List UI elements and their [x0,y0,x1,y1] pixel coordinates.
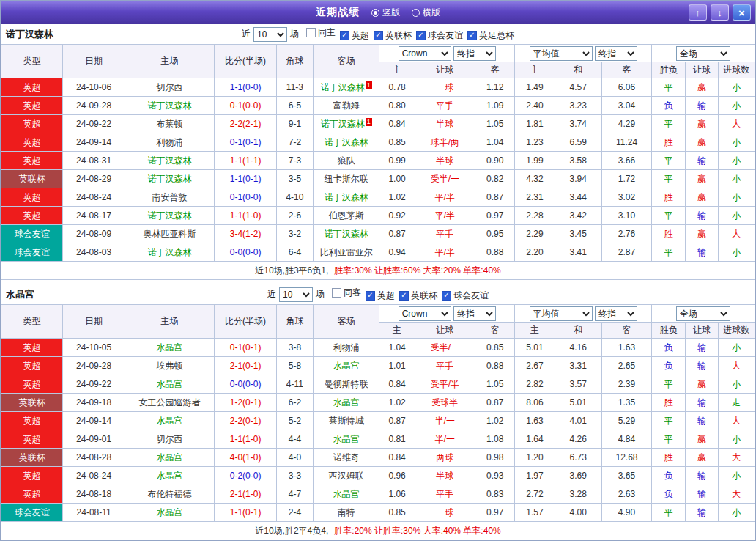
match-row: 英超24-08-31诺丁汉森林1-1(1-1)7-3狼队0.99半球0.901.… [1,152,755,170]
match-score: 1-1(1-0) [215,430,276,449]
asian-away-odds: 1.04 [475,133,515,152]
asian-away-odds: 0.90 [475,152,515,170]
asian-handicap: 平手 [415,485,475,504]
match-row: 英联杯24-08-29诺丁汉森林1-1(0-1)3-5纽卡斯尔联1.00受半/一… [1,170,755,188]
euro-home-odds: 1.81 [515,115,555,133]
home-team: 诺丁汉森林 [125,152,215,170]
euro-avg-select[interactable]: 平均值 [530,306,593,321]
asian-handicap: 受半/一 [415,339,475,357]
near-label: 近 [267,288,276,301]
result-handicap: 赢 [686,133,718,152]
result-handicap: 输 [686,394,718,412]
result-goals: 大 [718,225,755,243]
match-row: 英超24-08-24南安普敦0-1(0-0)4-10诺丁汉森林1.02平/半0.… [1,188,755,207]
games-count-select[interactable]: 10 [253,27,287,42]
filter-checkbox-label: 英联杯 [411,290,437,302]
games-count-select[interactable]: 10 [279,287,313,302]
result-handicap: 输 [686,243,718,262]
down-arrow-icon: ↓ [717,7,722,18]
corner-count: 2-6 [276,207,313,225]
move-down-button[interactable]: ↓ [711,4,729,21]
result-outcome: 平 [652,412,686,430]
euro-avg-select[interactable]: 平均值 [530,46,593,61]
home-team: 布莱顿 [125,115,215,133]
home-team: 女王公园巡游者 [125,394,215,412]
sub-header-euro-away: 客 [601,62,651,78]
match-score: 1-2(0-1) [215,394,276,412]
asian-stage-select[interactable]: 终指 [453,46,496,61]
league-badge: 英超 [1,485,63,504]
euro-home-odds: 2.67 [515,357,555,375]
col-header-type: 类型 [1,305,63,339]
corner-count: 4-0 [276,449,313,467]
euro-home-odds: 1.63 [515,412,555,430]
euro-away-odds: 4.84 [601,430,651,449]
league-badge: 英联杯 [1,394,63,412]
radio-selected-icon [371,9,379,17]
asian-home-odds: 0.87 [379,412,415,430]
euro-home-odds: 1.99 [515,152,555,170]
home-team: 切尔西 [125,430,215,449]
filter-checkbox-英超[interactable]: ✓英超 [366,290,395,302]
home-team: 奥林匹亚科斯 [125,225,215,243]
asian-away-odds: 0.98 [475,449,515,467]
bookmaker-select[interactable]: Crown [399,306,451,321]
asian-handicap: 半/一 [415,412,475,430]
sub-header-goals-result: 进球数 [718,62,755,78]
result-handicap: 赢 [686,170,718,188]
filter-checkbox-球会友谊[interactable]: ✓球会友谊 [442,290,489,302]
match-scope-select[interactable]: 全场 [676,46,730,61]
euro-draw-odds: 3.69 [555,467,601,485]
home-team: 水晶宫 [125,375,215,394]
result-outcome: 胜 [652,133,686,152]
euro-draw-odds: 5.01 [555,394,601,412]
euro-stage-select[interactable]: 终指 [595,306,637,321]
euro-away-odds: 2.39 [601,375,651,394]
league-badge: 英联杯 [1,170,63,188]
asian-handicap: 半球 [415,467,475,485]
games-suffix-label: 场 [290,28,299,40]
home-team: 切尔西 [125,78,215,97]
away-team: 曼彻斯特联 [314,375,379,394]
corner-count: 5-2 [276,412,313,430]
col-header-date: 日期 [63,305,125,339]
sub-header-goals-result: 进球数 [718,323,755,339]
window-title: 近期战绩 [316,6,360,19]
match-score: 0-0(0-0) [215,375,276,394]
match-scope-select[interactable]: 全场 [676,306,730,321]
euro-away-odds: 3.65 [601,467,651,485]
result-handicap: 赢 [686,188,718,207]
bookmaker-select[interactable]: Crown [399,46,451,61]
result-handicap: 赢 [686,115,718,133]
layout-option-horizontal[interactable]: 横版 [412,7,440,19]
match-row: 球会友谊24-08-09奥林匹亚科斯3-4(1-2)3-2诺丁汉森林0.87平手… [1,225,755,243]
asian-handicap: 平/半 [415,207,475,225]
filter-checkbox-英联杯[interactable]: ✓英联杯 [399,290,437,302]
filter-checkbox-英超[interactable]: ✓英超 [340,29,369,42]
league-badge: 球会友谊 [1,504,63,522]
asian-home-odds: 0.92 [379,207,415,225]
asian-stage-select[interactable]: 终指 [453,306,496,321]
filter-checkbox-英联杯[interactable]: ✓英联杯 [374,29,412,42]
away-team: 利物浦 [314,339,379,357]
move-up-button[interactable]: ↑ [689,4,707,21]
corner-count: 7-3 [276,152,313,170]
layout-option-vertical[interactable]: 竖版 [371,7,400,19]
filter-checkbox-label: 英足总杯 [479,29,514,42]
filter-checkbox-英足总杯[interactable]: ✓英足总杯 [467,29,514,42]
away-team: 富勒姆 [314,97,379,115]
filter-checkbox-球会友谊[interactable]: ✓球会友谊 [416,29,463,42]
sub-header-asian-handicap: 让球 [415,62,475,78]
filter-checkbox-同主[interactable]: 同主 [306,26,336,39]
filter-checkbox-label: 英联杯 [385,29,412,42]
filter-checkbox-label: 同客 [344,287,361,299]
result-goals: 小 [718,133,755,152]
match-score: 4-0(1-0) [215,449,276,467]
result-scope-header: 全场 [652,305,755,323]
filter-checkbox-同客[interactable]: 同客 [332,287,361,299]
close-button[interactable]: × [733,4,751,21]
col-header-away: 客场 [314,305,379,339]
euro-home-odds: 1.49 [515,78,555,97]
euro-stage-select[interactable]: 终指 [595,46,637,61]
match-row: 英联杯24-08-28水晶宫4-0(1-0)4-0诺维奇0.84两球0.981.… [1,449,755,467]
